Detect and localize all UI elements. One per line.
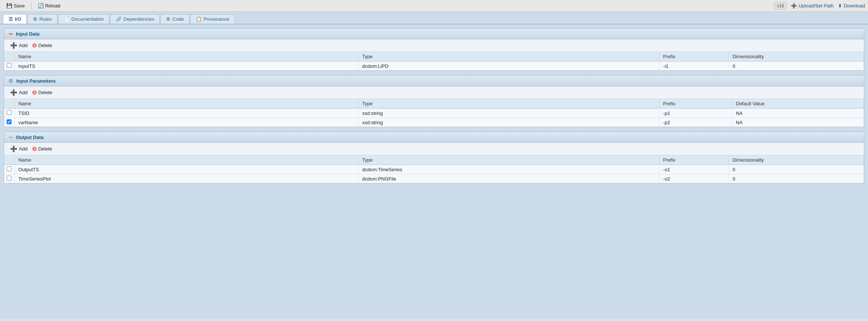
add-label-params: Add <box>19 90 27 95</box>
output-data-section: Output Data ➕ Add ⊖ Delete Name Type Pre… <box>4 132 864 183</box>
tab-rules[interactable]: ⚙ Rules <box>27 14 57 24</box>
reload-label: Reload <box>45 3 60 9</box>
output-data-row0-prefix: -o1 <box>659 165 729 174</box>
delete-icon-params: ⊖ <box>32 89 37 96</box>
io-icon: ☰ <box>9 16 13 22</box>
table-row: TSID xsd:string -p1 NA <box>4 109 864 118</box>
tab-provenance[interactable]: 📋 Provenance <box>190 14 235 24</box>
input-parameters-delete-button[interactable]: ⊖ Delete <box>30 88 54 97</box>
output-data-icon <box>9 134 13 140</box>
toolbar-divider <box>31 2 32 10</box>
output-data-table: Name Type Prefix Dimensionality OutputTS… <box>4 155 864 183</box>
documentation-icon: 📄 <box>64 16 70 22</box>
output-data-header: Output Data <box>4 132 864 143</box>
download-icon: ⬇ <box>838 3 842 9</box>
save-button[interactable]: 💾 Save <box>3 2 28 10</box>
add-label: Add <box>19 43 27 48</box>
input-params-row1-prefix: -p2 <box>659 118 732 127</box>
input-data-row0-type: dcdom:LiPD <box>358 62 659 71</box>
upload-label: Upload/Set Path <box>798 3 834 9</box>
input-params-col-name: Name <box>14 99 358 109</box>
toolbar-left: 💾 Save 🔄 Reload <box>3 2 64 10</box>
delete-label-output: Delete <box>38 146 52 152</box>
input-data-add-button[interactable]: ➕ Add <box>9 41 29 50</box>
input-params-col-type: Type <box>358 99 659 109</box>
tab-code-label: Code <box>172 16 184 22</box>
reload-button[interactable]: 🔄 Reload <box>34 2 64 10</box>
tab-dependencies-label: Dependencies <box>123 16 154 22</box>
input-data-icon <box>9 31 13 37</box>
output-data-row1-name: TimeSeriesPlot <box>14 174 358 183</box>
output-data-action-bar: ➕ Add ⊖ Delete <box>4 143 864 155</box>
input-params-row1-checkbox[interactable] <box>7 119 11 124</box>
output-data-row1-check-cell <box>4 174 14 183</box>
code-icon: ⚙ <box>166 16 170 22</box>
tab-documentation[interactable]: 📄 Documentation <box>58 14 109 24</box>
table-row: OutputTS dcdom:TimeSeries -o1 0 <box>4 165 864 174</box>
input-data-row0-checkbox[interactable] <box>7 63 11 68</box>
input-params-row0-prefix: -p1 <box>659 109 732 118</box>
output-data-row0-type: dcdom:TimeSeries <box>358 165 659 174</box>
dependencies-icon: 🔗 <box>116 16 122 22</box>
input-data-header-row: Name Type Prefix Dimensionality <box>4 52 864 62</box>
input-data-table: Name Type Prefix Dimensionality InputTS … <box>4 52 864 70</box>
output-data-row1-checkbox[interactable] <box>7 176 11 181</box>
output-data-row0-name: OutputTS <box>14 165 358 174</box>
input-parameters-add-button[interactable]: ➕ Add <box>9 88 29 97</box>
input-data-col-name: Name <box>14 52 358 62</box>
output-data-col-check <box>4 155 14 165</box>
version-badge: v18 <box>774 2 786 10</box>
input-parameters-action-bar: ➕ Add ⊖ Delete <box>4 86 864 99</box>
output-data-add-button[interactable]: ➕ Add <box>9 145 29 153</box>
output-data-col-type: Type <box>358 155 659 165</box>
input-params-row0-type: xsd:string <box>358 109 659 118</box>
add-icon-output: ➕ <box>10 145 17 152</box>
output-data-delete-button[interactable]: ⊖ Delete <box>30 145 54 153</box>
input-parameters-section: Input Parameters ➕ Add ⊖ Delete Name Typ… <box>4 75 864 127</box>
tab-code[interactable]: ⚙ Code <box>160 14 189 24</box>
input-params-row1-check-cell <box>4 118 14 127</box>
tab-documentation-label: Documentation <box>72 16 104 22</box>
output-data-col-name: Name <box>14 155 358 165</box>
input-params-row0-check-cell <box>4 109 14 118</box>
output-data-title: Output Data <box>16 135 43 140</box>
input-params-col-check <box>4 99 14 109</box>
output-data-row0-checkbox[interactable] <box>7 166 11 171</box>
input-parameters-icon <box>9 78 13 84</box>
input-parameters-table: Name Type Prefix Default Value TSID xsd:… <box>4 99 864 127</box>
tab-provenance-label: Provenance <box>203 16 229 22</box>
output-data-row1-dim: 0 <box>729 174 864 183</box>
main-content: Input Data ➕ Add ⊖ Delete Name Type Pref… <box>0 24 868 319</box>
save-label: Save <box>14 3 25 9</box>
tabs-bar: ☰ I/O ⚙ Rules 📄 Documentation 🔗 Dependen… <box>0 12 868 24</box>
tab-io[interactable]: ☰ I/O <box>3 14 27 24</box>
table-row: TimeSeriesPlot dcdom:PNGFile -o2 0 <box>4 174 864 183</box>
input-data-title: Input Data <box>16 31 40 37</box>
delete-label: Delete <box>38 43 52 48</box>
delete-label-params: Delete <box>38 90 52 95</box>
download-button[interactable]: ⬇ Download <box>838 3 865 9</box>
tab-rules-label: Rules <box>39 16 52 22</box>
add-icon: ➕ <box>10 42 17 49</box>
delete-icon-output: ⊖ <box>32 145 37 152</box>
delete-icon: ⊖ <box>32 42 37 49</box>
output-data-col-prefix: Prefix <box>659 155 729 165</box>
input-params-row0-name: TSID <box>14 109 358 118</box>
upload-button[interactable]: ➕ Upload/Set Path <box>791 3 834 9</box>
input-params-row1-default: NA <box>732 118 864 127</box>
input-parameters-title: Input Parameters <box>16 78 56 84</box>
download-label: Download <box>844 3 865 9</box>
input-params-row1-name: varName <box>14 118 358 127</box>
tab-dependencies[interactable]: 🔗 Dependencies <box>110 14 160 24</box>
reload-icon: 🔄 <box>38 3 44 9</box>
output-data-row0-check-cell <box>4 165 14 174</box>
input-data-delete-button[interactable]: ⊖ Delete <box>30 41 54 50</box>
input-params-row0-default: NA <box>732 109 864 118</box>
input-params-row0-checkbox[interactable] <box>7 110 11 115</box>
input-data-row0-check-cell <box>4 62 14 71</box>
provenance-icon: 📋 <box>196 16 202 22</box>
input-data-col-dim: Dimensionality <box>729 52 864 62</box>
output-data-row0-dim: 0 <box>729 165 864 174</box>
input-data-action-bar: ➕ Add ⊖ Delete <box>4 39 864 52</box>
input-params-row1-type: xsd:string <box>358 118 659 127</box>
